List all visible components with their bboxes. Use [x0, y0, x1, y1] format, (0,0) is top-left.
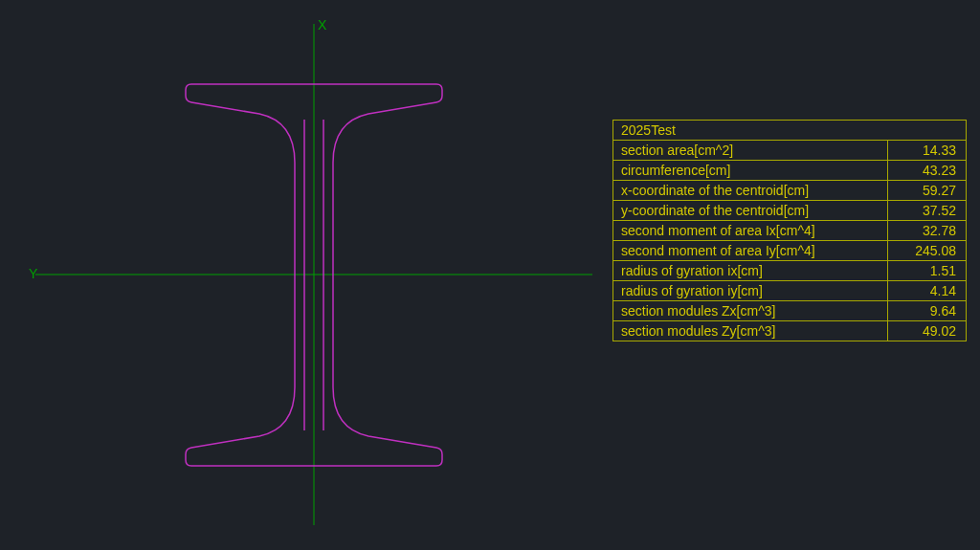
prop-label: second moment of area Iy[cm^4]	[613, 241, 888, 261]
prop-value: 9.64	[888, 301, 967, 321]
table-row: section area[cm^2] 14.33	[613, 141, 967, 161]
table-row: second moment of area Ix[cm^4] 32.78	[613, 221, 967, 241]
prop-value: 37.52	[888, 201, 967, 221]
table-row: y-coordinate of the centroid[cm] 37.52	[613, 201, 967, 221]
prop-label: circumference[cm]	[613, 161, 888, 181]
prop-value: 4.14	[888, 281, 967, 301]
y-axis-label: Y	[29, 266, 37, 281]
table-row: circumference[cm] 43.23	[613, 161, 967, 181]
table-row: section modules Zx[cm^3] 9.64	[613, 301, 967, 321]
prop-value: 1.51	[888, 261, 967, 281]
table-row: section modules Zy[cm^3] 49.02	[613, 321, 967, 341]
prop-value: 49.02	[888, 321, 967, 341]
table-row: radius of gyration iy[cm] 4.14	[613, 281, 967, 301]
cad-canvas[interactable]: X Y 2025Test section area[cm^2] 14.33 ci…	[0, 0, 980, 550]
prop-label: x-coordinate of the centroid[cm]	[613, 181, 888, 201]
prop-label: section modules Zy[cm^3]	[613, 321, 888, 341]
prop-label: section modules Zx[cm^3]	[613, 301, 888, 321]
prop-value: 245.08	[888, 241, 967, 261]
prop-label: section area[cm^2]	[613, 141, 888, 161]
table-title-row: 2025Test	[613, 121, 967, 141]
prop-label: radius of gyration iy[cm]	[613, 281, 888, 301]
table-row: x-coordinate of the centroid[cm] 59.27	[613, 181, 967, 201]
table-title: 2025Test	[613, 121, 967, 141]
prop-label: second moment of area Ix[cm^4]	[613, 221, 888, 241]
section-properties-table: 2025Test section area[cm^2] 14.33 circum…	[612, 120, 967, 341]
table-row: second moment of area Iy[cm^4] 245.08	[613, 241, 967, 261]
prop-value: 14.33	[888, 141, 967, 161]
prop-value: 59.27	[888, 181, 967, 201]
x-axis-label: X	[318, 17, 326, 33]
prop-value: 43.23	[888, 161, 967, 181]
prop-value: 32.78	[888, 221, 967, 241]
prop-label: y-coordinate of the centroid[cm]	[613, 201, 888, 221]
prop-label: radius of gyration ix[cm]	[613, 261, 888, 281]
table-row: radius of gyration ix[cm] 1.51	[613, 261, 967, 281]
